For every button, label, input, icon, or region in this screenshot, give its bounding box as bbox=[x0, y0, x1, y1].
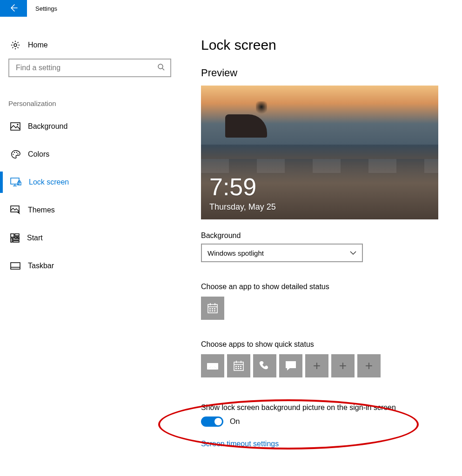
sidebar-item-label: Colors bbox=[28, 150, 49, 159]
sidebar-item-label: Start bbox=[27, 234, 43, 242]
quick-status-tile-mail[interactable] bbox=[201, 354, 224, 377]
detailed-status-app-tile[interactable] bbox=[201, 297, 224, 320]
svg-point-7 bbox=[16, 152, 17, 153]
svg-rect-44 bbox=[235, 368, 237, 370]
sidebar-item-label: Taskbar bbox=[28, 262, 54, 270]
back-button[interactable] bbox=[0, 0, 27, 17]
quick-status-tile-phone[interactable] bbox=[253, 354, 276, 377]
content: Lock screen Preview 7:59 Thursday, May 2… bbox=[177, 37, 462, 476]
sidebar-item-themes[interactable]: Themes bbox=[8, 199, 172, 221]
svg-point-5 bbox=[13, 154, 13, 155]
lockscreen-preview: 7:59 Thursday, May 25 bbox=[201, 86, 438, 219]
picture-icon bbox=[10, 122, 20, 131]
search-input[interactable] bbox=[8, 59, 171, 77]
preview-time: 7:59 bbox=[209, 175, 256, 199]
sidebar-section-label: Personalization bbox=[8, 99, 172, 107]
palette-icon bbox=[10, 149, 20, 159]
toggle-label: Show lock screen background picture on t… bbox=[201, 403, 453, 412]
sidebar: Home Personalization Background Colors bbox=[0, 37, 177, 476]
sidebar-home[interactable]: Home bbox=[8, 37, 172, 59]
toggle-state: On bbox=[230, 417, 240, 426]
sidebar-home-label: Home bbox=[28, 41, 48, 49]
sidebar-item-label: Themes bbox=[28, 206, 55, 214]
svg-rect-14 bbox=[11, 234, 14, 237]
svg-rect-32 bbox=[214, 311, 215, 312]
quick-status-label: Choose apps to show quick status bbox=[201, 340, 453, 349]
preview-date: Thursday, May 25 bbox=[209, 202, 276, 212]
chevron-down-icon bbox=[350, 251, 356, 255]
svg-rect-30 bbox=[209, 311, 211, 312]
phone-icon bbox=[259, 360, 271, 372]
sidebar-item-lock-screen[interactable]: Lock screen bbox=[8, 172, 172, 193]
svg-rect-27 bbox=[209, 308, 211, 310]
detailed-status-label: Choose an app to show detailed status bbox=[201, 283, 453, 291]
dropdown-value: Windows spotlight bbox=[208, 249, 264, 257]
mail-icon bbox=[206, 361, 219, 370]
arrow-left-icon bbox=[9, 3, 18, 14]
svg-point-0 bbox=[14, 44, 17, 46]
lock-screen-icon bbox=[10, 178, 21, 187]
svg-rect-18 bbox=[11, 238, 12, 242]
taskbar-icon bbox=[10, 262, 20, 270]
plus-icon: + bbox=[365, 358, 373, 373]
svg-rect-29 bbox=[214, 308, 215, 310]
sidebar-item-background[interactable]: Background bbox=[8, 116, 172, 137]
search-icon bbox=[157, 63, 165, 73]
sidebar-item-taskbar[interactable]: Taskbar bbox=[8, 255, 172, 277]
preview-heading: Preview bbox=[201, 67, 453, 79]
svg-point-4 bbox=[17, 124, 18, 125]
svg-rect-28 bbox=[212, 308, 213, 310]
svg-rect-15 bbox=[15, 234, 19, 236]
svg-point-1 bbox=[158, 64, 163, 69]
svg-rect-42 bbox=[238, 366, 239, 367]
sidebar-item-start[interactable]: Start bbox=[8, 227, 172, 249]
sidebar-item-colors[interactable]: Colors bbox=[8, 144, 172, 165]
signin-background-toggle[interactable] bbox=[201, 416, 223, 427]
plus-icon: + bbox=[313, 358, 321, 373]
svg-rect-21 bbox=[11, 263, 20, 269]
svg-point-6 bbox=[14, 152, 15, 153]
quick-status-tile-add[interactable]: + bbox=[357, 354, 381, 377]
chat-icon bbox=[284, 360, 297, 372]
plus-icon: + bbox=[339, 358, 347, 373]
page-title: Lock screen bbox=[201, 37, 453, 53]
quick-status-tile-add[interactable]: + bbox=[331, 354, 355, 377]
sidebar-item-label: Lock screen bbox=[29, 178, 69, 186]
window-title: Settings bbox=[35, 5, 57, 12]
svg-point-8 bbox=[17, 153, 18, 154]
svg-rect-41 bbox=[235, 366, 237, 367]
background-label: Background bbox=[201, 231, 453, 240]
calendar-icon bbox=[233, 360, 245, 372]
titlebar: Settings bbox=[0, 0, 462, 17]
themes-icon bbox=[10, 205, 20, 215]
start-icon bbox=[10, 233, 20, 243]
calendar-icon bbox=[207, 302, 219, 314]
svg-rect-31 bbox=[212, 311, 213, 312]
svg-rect-45 bbox=[238, 368, 239, 370]
quick-status-tile-add[interactable]: + bbox=[305, 354, 328, 377]
quick-status-tile-calendar[interactable] bbox=[227, 354, 250, 377]
background-dropdown[interactable]: Windows spotlight bbox=[201, 244, 363, 262]
svg-rect-43 bbox=[240, 366, 241, 367]
quick-status-tile-messaging[interactable] bbox=[279, 354, 302, 377]
svg-rect-19 bbox=[13, 238, 19, 240]
gear-icon bbox=[10, 40, 20, 50]
svg-line-2 bbox=[162, 68, 164, 70]
sidebar-item-label: Background bbox=[28, 122, 67, 131]
screen-timeout-link[interactable]: Screen timeout settings bbox=[201, 440, 453, 448]
svg-rect-20 bbox=[13, 241, 19, 242]
svg-rect-46 bbox=[240, 368, 241, 370]
search-field[interactable] bbox=[15, 63, 145, 73]
